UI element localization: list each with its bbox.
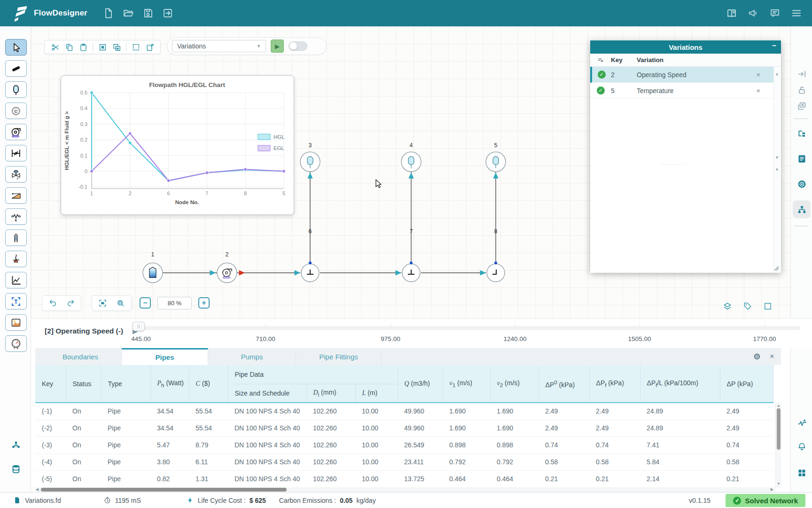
column-header[interactable]: ΔP (kPa) [720,365,773,403]
column-header[interactable]: ΔPf/L (kPa/100m) [640,365,720,403]
results-table-button[interactable] [796,468,807,478]
announcements-button[interactable] [744,4,762,22]
chart-tool[interactable] [5,272,27,288]
close-windows-button[interactable] [796,101,807,111]
remove-variation-button[interactable]: × [757,71,760,79]
column-header[interactable]: v2 (m/s) [490,365,539,403]
column-header[interactable]: ΔPf (kPa) [589,365,640,403]
network-tree-button[interactable] [11,439,21,450]
check-valve-tool[interactable] [5,251,27,267]
redo-button[interactable] [64,298,77,309]
variation-select[interactable]: Variations ▼ [172,40,266,52]
variations-panel-header[interactable]: Variations – [590,40,781,54]
column-header[interactable]: Ph (Watt) [150,365,189,403]
column-header[interactable]: Di (mm) [306,384,355,403]
ungroup-button[interactable] [110,41,123,53]
table-row[interactable]: (-5)OnPipe0.821.31DN 100 NPS 4 Sch 40102… [35,470,773,487]
tab-pipes[interactable]: Pipes [122,348,208,365]
zoom-out-button[interactable]: − [140,297,151,309]
export-file-button[interactable] [159,4,177,22]
export-selection-button[interactable] [143,41,156,53]
node-4[interactable]: 4 [401,142,421,172]
marquee-select-button[interactable] [129,41,142,53]
table-settings-button[interactable] [753,352,761,361]
fit-view-button[interactable] [96,298,109,309]
table-row[interactable]: (-1)OnPipe34.5455.54DN 100 NPS 4 Sch 401… [35,403,773,420]
copy-button[interactable] [62,41,76,53]
resize-grip-icon[interactable] [773,265,779,271]
table-vertical-scrollbar[interactable]: ▲ ▼ [775,403,781,487]
docs-button[interactable] [723,4,741,22]
zoom-area-button[interactable] [114,298,127,309]
scroll-right-icon[interactable]: ▶ [771,487,773,492]
table-horizontal-scrollbar[interactable]: ◀ ▶ [35,487,775,492]
component-tool[interactable]: C [5,103,27,119]
open-file-button[interactable] [119,4,137,22]
minimize-panel-button[interactable]: – [772,41,776,50]
alerts-button[interactable] [796,441,807,452]
frame-button[interactable] [763,302,773,311]
cut-button[interactable] [48,41,62,53]
variation-row[interactable]: ✓2Operating Speed× [590,67,781,83]
table-row[interactable]: (-2)OnPipe34.5455.54DN 100 NPS 4 Sch 401… [35,420,773,437]
tab-pumps[interactable]: Pumps [208,348,296,365]
scroll-up-icon[interactable]: ▲ [777,404,781,408]
panel-scrollbar[interactable]: ▲ ▼ ▲ [773,67,781,273]
new-file-button[interactable] [100,4,117,22]
gauge-tool[interactable]: TP [5,335,27,352]
run-variation-button[interactable]: ▶ [271,40,284,53]
pipe-tool[interactable] [5,60,27,77]
column-header[interactable]: L (m) [355,384,398,403]
tree-view-button[interactable] [796,128,807,138]
scroll-thumb[interactable] [41,488,287,492]
orifice-tool[interactable] [5,187,27,204]
inline-valve-tool[interactable] [5,145,27,161]
dock-panel-button[interactable] [796,69,807,79]
scroll-up-icon[interactable]: ▲ [775,71,779,76]
variation-slider-track[interactable] [144,326,800,330]
column-header[interactable]: Size and Schedule [228,384,306,403]
tab-boundaries[interactable]: Boundaries [39,348,122,365]
unlock-button[interactable] [796,85,807,95]
undo-button[interactable] [46,298,59,309]
scroll-thumb[interactable] [777,408,781,450]
control-valve-tool[interactable]: P [5,166,27,183]
image-tool[interactable] [5,314,27,331]
column-header[interactable]: Status [66,365,101,403]
node-1[interactable]: 1 [143,251,163,283]
results-chart-button[interactable] [796,418,807,428]
scroll-left-icon[interactable]: ◀ [36,487,39,492]
column-header[interactable]: Type [101,365,150,403]
variation-slider-handle[interactable] [133,322,145,331]
column-header[interactable]: Q (m3/h) [398,365,443,403]
data-store-button[interactable] [11,464,21,474]
node-2[interactable]: 2 [217,251,237,283]
variation-row[interactable]: ✓5Temperature× [590,83,781,99]
select-tool[interactable] [5,39,27,56]
resistance-tool[interactable]: K [5,208,27,225]
enabled-check-icon[interactable]: ✓ [590,87,611,95]
remove-variation-button[interactable]: × [757,87,760,95]
table-row[interactable]: (-4)OnPipe3.806.11DN 100 NPS 4 Sch 40102… [35,453,773,470]
menu-button[interactable] [788,4,805,22]
save-file-button[interactable] [139,4,157,22]
tag-button[interactable] [743,302,752,311]
nozzle-tool[interactable] [5,230,27,246]
column-header[interactable]: ΔP0 (kPa) [539,365,589,403]
column-header[interactable]: Key [35,365,66,403]
node-3[interactable]: 3 [300,142,320,172]
enabled-check-icon[interactable]: ✓ [592,71,611,79]
tab-pipe-fittings[interactable]: Pipe Fittings [296,348,382,365]
column-header[interactable]: C ($) [189,365,228,403]
zoom-in-button[interactable]: + [198,297,210,309]
table-row[interactable]: (-3)OnPipe5.478.79DN 100 NPS 4 Sch 40102… [35,437,773,453]
scroll-down-icon[interactable]: ▼ [775,155,779,160]
auto-run-button[interactable] [796,179,807,189]
node-5[interactable]: 5 [486,142,506,172]
scroll-up-icon[interactable]: ▲ [775,167,779,171]
panel-splitter[interactable]: ·········· [661,162,686,167]
text-tool[interactable]: T [5,293,27,310]
pipes-data-table[interactable]: KeyStatusTypePh (Watt)C ($)Pipe DataQ (m… [35,365,773,488]
flowpath-chart-card[interactable]: 0.50.40.30.20.10-0.1126785Flowpath HGL/E… [61,75,294,215]
feedback-button[interactable] [766,4,784,22]
